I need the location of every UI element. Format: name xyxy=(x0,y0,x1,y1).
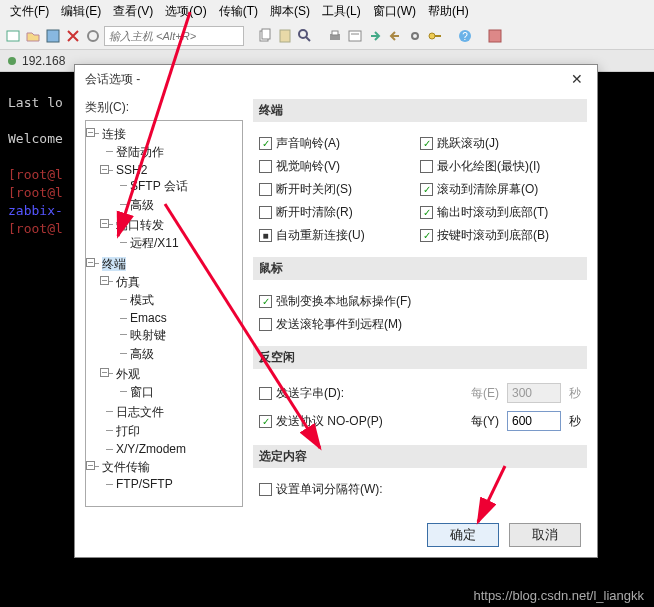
chk-send-wheel[interactable]: 发送滚轮事件到远程(M) xyxy=(259,313,581,336)
menu-help[interactable]: 帮助(H) xyxy=(422,1,475,22)
print-icon[interactable] xyxy=(326,27,344,45)
menu-tools[interactable]: 工具(L) xyxy=(316,1,367,22)
svg-point-12 xyxy=(412,33,418,39)
tree-terminal[interactable]: 终端 xyxy=(102,257,126,271)
chk-scroll-clear[interactable]: ✓滚动到清除屏幕(O) xyxy=(420,178,581,201)
svg-rect-0 xyxy=(7,31,19,41)
toolbar: ? xyxy=(0,22,654,50)
menu-window[interactable]: 窗口(W) xyxy=(367,1,422,22)
menu-script[interactable]: 脚本(S) xyxy=(264,1,316,22)
tree-window[interactable]: 窗口 xyxy=(130,385,154,399)
chk-scroll-output[interactable]: ✓输出时滚动到底部(T) xyxy=(420,201,581,224)
tree-adv2[interactable]: 高级 xyxy=(130,347,154,361)
category-tree[interactable]: –连接 登陆动作 –SSH2 SFTP 会话 高级 –端口转发 远程/X11 xyxy=(85,120,243,507)
chk-close-disconnect[interactable]: 断开时关闭(S) xyxy=(259,178,420,201)
tree-ssh2[interactable]: SSH2 xyxy=(116,163,147,177)
tree-remote[interactable]: 远程/X11 xyxy=(130,236,179,250)
interval-y-input[interactable] xyxy=(507,411,561,431)
reconnect-icon[interactable] xyxy=(84,27,102,45)
help-icon[interactable]: ? xyxy=(456,27,474,45)
menu-transfer[interactable]: 传输(T) xyxy=(213,1,264,22)
section-mouse: 鼠标 xyxy=(253,257,587,280)
transfer2-icon[interactable] xyxy=(386,27,404,45)
svg-point-2 xyxy=(88,31,98,41)
svg-line-7 xyxy=(306,37,310,41)
interval-e-input xyxy=(507,383,561,403)
chk-word-sep[interactable]: 设置单词分隔符(W): xyxy=(259,478,581,501)
svg-point-13 xyxy=(429,33,435,39)
new-session-icon[interactable] xyxy=(4,27,22,45)
cancel-button[interactable]: 取消 xyxy=(509,523,581,547)
disconnect-icon[interactable] xyxy=(64,27,82,45)
dialog-title: 会话选项 - xyxy=(85,71,140,88)
chk-visual-bell[interactable]: 视觉响铃(V) xyxy=(259,155,420,178)
chk-send-protocol[interactable]: ✓发送协议 NO-OP(P) xyxy=(259,413,383,430)
section-selection: 选定内容 xyxy=(253,445,587,468)
dialog-titlebar: 会话选项 - ✕ xyxy=(75,65,597,93)
category-label: 类别(C): xyxy=(85,99,243,116)
svg-rect-1 xyxy=(47,30,59,42)
tree-ftpsftp[interactable]: FTP/SFTP xyxy=(116,477,173,491)
find-icon[interactable] xyxy=(296,27,314,45)
tree-look[interactable]: 外观 xyxy=(116,367,140,381)
host-input[interactable] xyxy=(104,26,244,46)
menubar: 文件(F) 编辑(E) 查看(V) 选项(O) 传输(T) 脚本(S) 工具(L… xyxy=(0,0,654,22)
tree-emu[interactable]: 仿真 xyxy=(116,275,140,289)
tree-logfile[interactable]: 日志文件 xyxy=(116,405,164,419)
svg-rect-4 xyxy=(262,29,270,39)
label-sec-1: 秒 xyxy=(569,385,581,402)
chk-clear-disconnect[interactable]: 断开时清除(R) xyxy=(259,201,420,224)
chk-send-string[interactable]: 发送字串(D): xyxy=(259,385,344,402)
tree-connection[interactable]: 连接 xyxy=(102,127,126,141)
label-every-e: 每(E) xyxy=(471,385,499,402)
settings-icon[interactable] xyxy=(406,27,424,45)
ok-button[interactable]: 确定 xyxy=(427,523,499,547)
extra-icon[interactable] xyxy=(486,27,504,45)
status-dot-icon xyxy=(8,57,16,65)
chk-force-mouse[interactable]: ✓强制变换本地鼠标操作(F) xyxy=(259,290,581,313)
paste-icon[interactable] xyxy=(276,27,294,45)
close-button[interactable]: ✕ xyxy=(567,69,587,89)
svg-rect-17 xyxy=(489,30,501,42)
tree-adv1[interactable]: 高级 xyxy=(130,198,154,212)
tree-sftp[interactable]: SFTP 会话 xyxy=(130,179,188,193)
tree-xyz[interactable]: X/Y/Zmodem xyxy=(116,442,186,456)
label-sec-2: 秒 xyxy=(569,413,581,430)
session-options-dialog: 会话选项 - ✕ 类别(C): –连接 登陆动作 –SSH2 SFTP 会话 高… xyxy=(74,64,598,558)
properties-icon[interactable] xyxy=(346,27,364,45)
svg-rect-10 xyxy=(349,31,361,41)
chk-scroll-key[interactable]: ✓按键时滚动到底部(B) xyxy=(420,224,581,247)
section-antiidle: 反空闲 xyxy=(253,346,587,369)
label-every-y: 每(Y) xyxy=(471,413,499,430)
menu-edit[interactable]: 编辑(E) xyxy=(55,1,107,22)
tree-print[interactable]: 打印 xyxy=(116,424,140,438)
tree-mode[interactable]: 模式 xyxy=(130,293,154,307)
tree-keymap[interactable]: 映射键 xyxy=(130,328,166,342)
tree-emacs[interactable]: Emacs xyxy=(130,311,167,325)
chk-audio-bell[interactable]: ✓声音响铃(A) xyxy=(259,132,420,155)
menu-options[interactable]: 选项(O) xyxy=(159,1,212,22)
open-icon[interactable] xyxy=(24,27,42,45)
chk-auto-reconnect[interactable]: ■自动重新连接(U) xyxy=(259,224,420,247)
key-icon[interactable] xyxy=(426,27,444,45)
svg-rect-9 xyxy=(332,31,338,35)
svg-point-6 xyxy=(299,30,307,38)
chk-jump-scroll[interactable]: ✓跳跃滚动(J) xyxy=(420,132,581,155)
copy-icon[interactable] xyxy=(256,27,274,45)
svg-rect-5 xyxy=(280,30,290,42)
tree-filetransfer[interactable]: 文件传输 xyxy=(102,460,150,474)
section-terminal: 终端 xyxy=(253,99,587,122)
tab-ip[interactable]: 192.168 xyxy=(22,54,65,68)
chk-min-draw[interactable]: 最小化绘图(最快)(I) xyxy=(420,155,581,178)
watermark: https://blog.csdn.net/l_liangkk xyxy=(473,588,644,603)
save-icon[interactable] xyxy=(44,27,62,45)
transfer-icon[interactable] xyxy=(366,27,384,45)
menu-view[interactable]: 查看(V) xyxy=(107,1,159,22)
tree-portfwd[interactable]: 端口转发 xyxy=(116,218,164,232)
menu-file[interactable]: 文件(F) xyxy=(4,1,55,22)
svg-text:?: ? xyxy=(462,31,468,42)
tree-login[interactable]: 登陆动作 xyxy=(116,145,164,159)
